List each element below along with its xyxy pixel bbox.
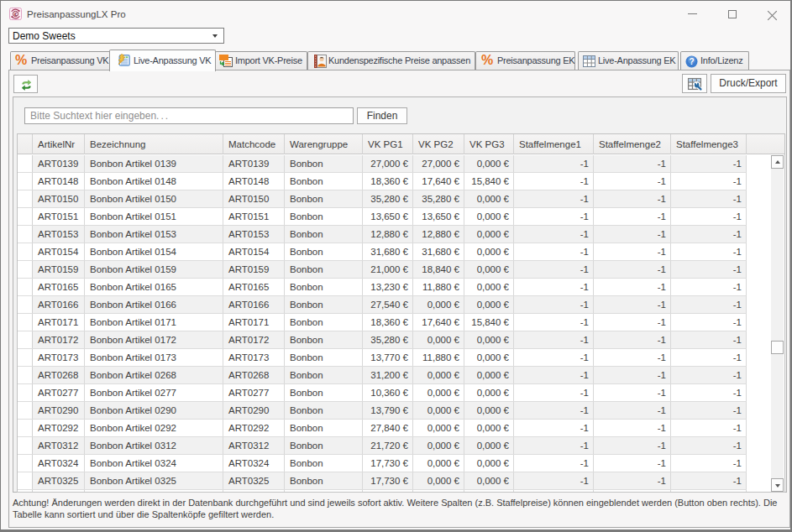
svg-text:?: ? [690, 57, 695, 66]
